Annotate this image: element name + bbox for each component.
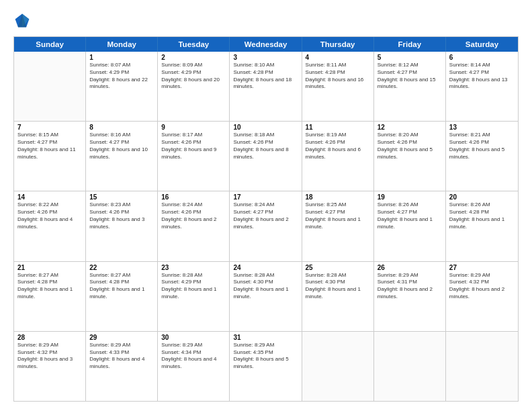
cell-sun-info: Sunrise: 8:28 AMSunset: 4:30 PMDaylight:… <box>233 272 298 301</box>
cell-day-number: 2 <box>161 54 226 61</box>
calendar-cell: 12Sunrise: 8:20 AMSunset: 4:26 PMDayligh… <box>374 122 446 191</box>
header-day-monday: Monday <box>86 37 158 52</box>
calendar-cell: 25Sunrise: 8:28 AMSunset: 4:30 PMDayligh… <box>302 262 374 331</box>
cell-day-number: 18 <box>306 193 370 201</box>
calendar-cell: 7Sunrise: 8:15 AMSunset: 4:27 PMDaylight… <box>14 122 86 191</box>
header <box>13 12 519 30</box>
calendar-cell: 28Sunrise: 8:29 AMSunset: 4:32 PMDayligh… <box>14 332 86 401</box>
calendar-cell: 10Sunrise: 8:18 AMSunset: 4:26 PMDayligh… <box>230 122 302 191</box>
calendar: SundayMondayTuesdayWednesdayThursdayFrid… <box>13 36 519 402</box>
cell-day-number: 30 <box>161 334 226 341</box>
calendar-cell <box>14 52 86 121</box>
cell-day-number: 12 <box>378 124 442 131</box>
cell-sun-info: Sunrise: 8:22 AMSunset: 4:26 PMDaylight:… <box>17 201 82 230</box>
cell-day-number: 20 <box>449 193 515 201</box>
cell-day-number: 21 <box>17 264 82 271</box>
cell-day-number: 14 <box>17 193 82 201</box>
cell-sun-info: Sunrise: 8:24 AMSunset: 4:27 PMDaylight:… <box>233 201 298 230</box>
cell-day-number: 8 <box>89 124 154 131</box>
cell-sun-info: Sunrise: 8:29 AMSunset: 4:35 PMDaylight:… <box>233 342 298 371</box>
cell-sun-info: Sunrise: 8:24 AMSunset: 4:26 PMDaylight:… <box>161 201 226 230</box>
calendar-cell: 4Sunrise: 8:11 AMSunset: 4:28 PMDaylight… <box>302 52 374 121</box>
cell-day-number: 13 <box>449 124 515 131</box>
cell-sun-info: Sunrise: 8:25 AMSunset: 4:27 PMDaylight:… <box>306 201 370 230</box>
cell-day-number: 4 <box>306 54 370 61</box>
calendar-cell: 13Sunrise: 8:21 AMSunset: 4:26 PMDayligh… <box>446 122 518 191</box>
cell-sun-info: Sunrise: 8:28 AMSunset: 4:29 PMDaylight:… <box>161 272 226 301</box>
cell-sun-info: Sunrise: 8:20 AMSunset: 4:26 PMDaylight:… <box>378 132 442 161</box>
cell-day-number: 7 <box>17 124 82 131</box>
calendar-week-1: 7Sunrise: 8:15 AMSunset: 4:27 PMDaylight… <box>14 122 518 191</box>
calendar-header-row: SundayMondayTuesdayWednesdayThursdayFrid… <box>14 37 518 52</box>
calendar-body: 1Sunrise: 8:07 AMSunset: 4:29 PMDaylight… <box>14 52 518 401</box>
header-day-friday: Friday <box>374 37 446 52</box>
cell-sun-info: Sunrise: 8:27 AMSunset: 4:28 PMDaylight:… <box>89 272 154 301</box>
cell-sun-info: Sunrise: 8:07 AMSunset: 4:29 PMDaylight:… <box>89 62 154 91</box>
calendar-cell: 5Sunrise: 8:12 AMSunset: 4:27 PMDaylight… <box>374 52 446 121</box>
cell-day-number: 29 <box>89 334 154 341</box>
cell-sun-info: Sunrise: 8:23 AMSunset: 4:26 PMDaylight:… <box>89 201 154 230</box>
cell-sun-info: Sunrise: 8:09 AMSunset: 4:29 PMDaylight:… <box>161 62 226 91</box>
cell-day-number: 17 <box>233 193 298 201</box>
cell-sun-info: Sunrise: 8:29 AMSunset: 4:33 PMDaylight:… <box>89 342 154 371</box>
cell-sun-info: Sunrise: 8:28 AMSunset: 4:30 PMDaylight:… <box>306 272 370 301</box>
header-day-wednesday: Wednesday <box>230 37 302 52</box>
cell-day-number: 25 <box>306 264 370 271</box>
calendar-week-0: 1Sunrise: 8:07 AMSunset: 4:29 PMDaylight… <box>14 52 518 122</box>
header-day-sunday: Sunday <box>14 37 86 52</box>
cell-day-number: 28 <box>17 334 82 341</box>
cell-sun-info: Sunrise: 8:29 AMSunset: 4:32 PMDaylight:… <box>449 272 515 301</box>
calendar-cell: 27Sunrise: 8:29 AMSunset: 4:32 PMDayligh… <box>446 262 518 331</box>
cell-day-number: 9 <box>161 124 226 131</box>
calendar-cell: 11Sunrise: 8:19 AMSunset: 4:26 PMDayligh… <box>302 122 374 191</box>
calendar-cell: 19Sunrise: 8:26 AMSunset: 4:27 PMDayligh… <box>374 191 446 261</box>
cell-sun-info: Sunrise: 8:29 AMSunset: 4:34 PMDaylight:… <box>161 342 226 371</box>
calendar-cell: 17Sunrise: 8:24 AMSunset: 4:27 PMDayligh… <box>230 191 302 261</box>
calendar-cell: 22Sunrise: 8:27 AMSunset: 4:28 PMDayligh… <box>86 262 158 331</box>
calendar-cell: 2Sunrise: 8:09 AMSunset: 4:29 PMDaylight… <box>158 52 230 121</box>
cell-sun-info: Sunrise: 8:12 AMSunset: 4:27 PMDaylight:… <box>378 62 442 91</box>
header-day-thursday: Thursday <box>302 37 374 52</box>
calendar-cell: 31Sunrise: 8:29 AMSunset: 4:35 PMDayligh… <box>230 332 302 401</box>
calendar-cell: 24Sunrise: 8:28 AMSunset: 4:30 PMDayligh… <box>230 262 302 331</box>
cell-sun-info: Sunrise: 8:10 AMSunset: 4:28 PMDaylight:… <box>233 62 298 91</box>
cell-sun-info: Sunrise: 8:16 AMSunset: 4:27 PMDaylight:… <box>89 132 154 161</box>
cell-day-number: 26 <box>378 264 442 271</box>
cell-day-number: 1 <box>89 54 154 61</box>
cell-sun-info: Sunrise: 8:11 AMSunset: 4:28 PMDaylight:… <box>306 62 370 91</box>
calendar-cell <box>374 332 446 401</box>
calendar-cell: 29Sunrise: 8:29 AMSunset: 4:33 PMDayligh… <box>86 332 158 401</box>
calendar-cell <box>302 332 374 401</box>
cell-day-number: 23 <box>161 264 226 271</box>
cell-day-number: 24 <box>233 264 298 271</box>
cell-day-number: 11 <box>306 124 370 131</box>
calendar-cell: 18Sunrise: 8:25 AMSunset: 4:27 PMDayligh… <box>302 191 374 261</box>
cell-sun-info: Sunrise: 8:27 AMSunset: 4:28 PMDaylight:… <box>17 272 82 301</box>
header-day-saturday: Saturday <box>446 37 518 52</box>
cell-day-number: 19 <box>378 193 442 201</box>
logo-icon <box>13 12 31 30</box>
calendar-cell: 1Sunrise: 8:07 AMSunset: 4:29 PMDaylight… <box>86 52 158 121</box>
cell-day-number: 22 <box>89 264 154 271</box>
calendar-cell: 23Sunrise: 8:28 AMSunset: 4:29 PMDayligh… <box>158 262 230 331</box>
cell-sun-info: Sunrise: 8:17 AMSunset: 4:26 PMDaylight:… <box>161 132 226 161</box>
calendar-cell: 16Sunrise: 8:24 AMSunset: 4:26 PMDayligh… <box>158 191 230 261</box>
cell-day-number: 27 <box>449 264 515 271</box>
cell-sun-info: Sunrise: 8:15 AMSunset: 4:27 PMDaylight:… <box>17 132 82 161</box>
calendar-week-2: 14Sunrise: 8:22 AMSunset: 4:26 PMDayligh… <box>14 191 518 261</box>
calendar-cell: 8Sunrise: 8:16 AMSunset: 4:27 PMDaylight… <box>86 122 158 191</box>
cell-sun-info: Sunrise: 8:19 AMSunset: 4:26 PMDaylight:… <box>306 132 370 161</box>
cell-sun-info: Sunrise: 8:21 AMSunset: 4:26 PMDaylight:… <box>449 132 515 161</box>
calendar-week-4: 28Sunrise: 8:29 AMSunset: 4:32 PMDayligh… <box>14 332 518 401</box>
calendar-cell: 14Sunrise: 8:22 AMSunset: 4:26 PMDayligh… <box>14 191 86 261</box>
calendar-cell: 21Sunrise: 8:27 AMSunset: 4:28 PMDayligh… <box>14 262 86 331</box>
calendar-week-3: 21Sunrise: 8:27 AMSunset: 4:28 PMDayligh… <box>14 262 518 332</box>
page: SundayMondayTuesdayWednesdayThursdayFrid… <box>0 0 532 411</box>
header-day-tuesday: Tuesday <box>158 37 230 52</box>
cell-sun-info: Sunrise: 8:26 AMSunset: 4:28 PMDaylight:… <box>449 201 515 230</box>
calendar-cell: 9Sunrise: 8:17 AMSunset: 4:26 PMDaylight… <box>158 122 230 191</box>
calendar-cell: 20Sunrise: 8:26 AMSunset: 4:28 PMDayligh… <box>446 191 518 261</box>
cell-day-number: 31 <box>233 334 298 341</box>
calendar-cell: 15Sunrise: 8:23 AMSunset: 4:26 PMDayligh… <box>86 191 158 261</box>
calendar-cell <box>446 332 518 401</box>
